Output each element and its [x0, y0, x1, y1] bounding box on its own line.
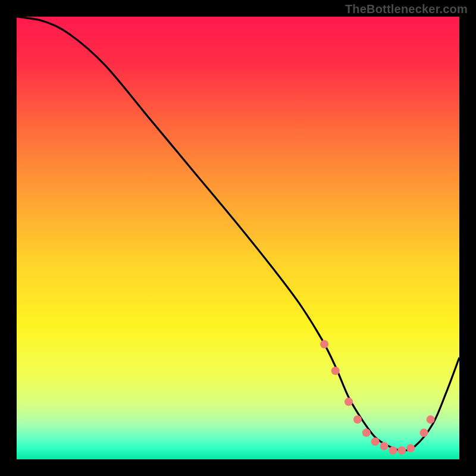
marker-dot — [406, 444, 415, 452]
marker-dot — [380, 442, 389, 450]
marker-dot — [345, 397, 353, 406]
marker-dot — [397, 446, 406, 455]
marker-dot — [419, 428, 428, 437]
marker-dot — [353, 415, 362, 424]
marker-dot — [331, 367, 340, 375]
marker-dot — [362, 428, 371, 437]
gradient-background — [17, 17, 459, 459]
marker-dot — [389, 446, 397, 455]
marker-dot — [427, 415, 435, 424]
chart-svg — [17, 17, 459, 459]
chart-frame: TheBottlenecker.com — [0, 0, 476, 476]
marker-dot — [371, 437, 380, 446]
plot-area — [17, 17, 459, 459]
attribution-label: TheBottlenecker.com — [345, 2, 468, 16]
marker-dot — [320, 340, 328, 349]
